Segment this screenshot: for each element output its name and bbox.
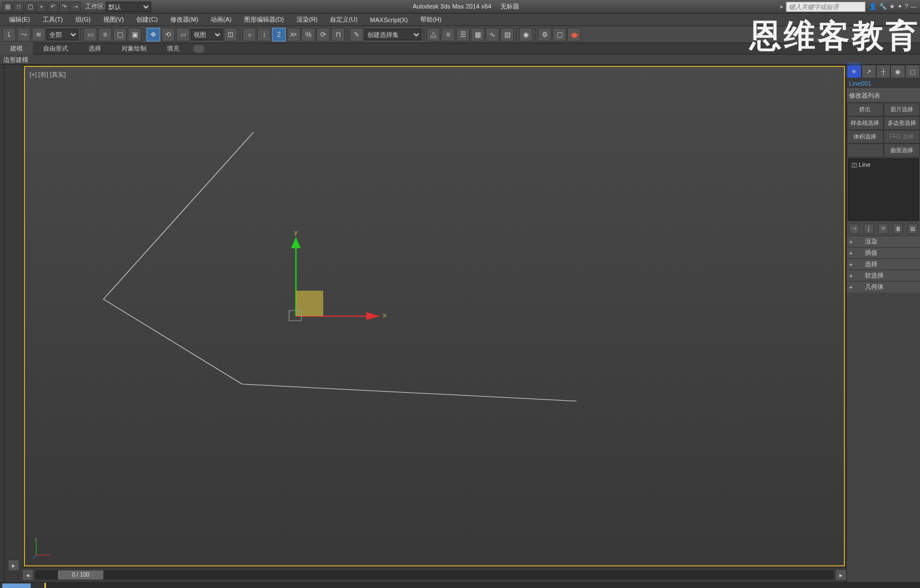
btn-ffd-select[interactable]: FFD 选择 — [884, 130, 921, 144]
object-name-field[interactable]: Line001 — [847, 78, 920, 89]
select-link-icon[interactable]: ⤹ — [2, 28, 16, 41]
workspace-select[interactable]: 默认 — [106, 2, 151, 12]
menu-group[interactable]: 组(G) — [70, 14, 97, 26]
search-input[interactable] — [786, 2, 865, 12]
signin-icon[interactable]: 👤 — [869, 3, 877, 10]
tab-display-icon[interactable]: ▢ — [905, 65, 920, 78]
menu-rendering[interactable]: 渲染(R) — [291, 14, 323, 26]
render-icon[interactable]: 🫖 — [567, 28, 581, 41]
app-menu-icon[interactable]: ▤ — [2, 2, 12, 12]
pin-stack-icon[interactable]: ⊣ — [849, 224, 859, 234]
layers-icon[interactable]: ☰ — [456, 28, 470, 41]
btn-patch-select[interactable]: 面片选择 — [884, 103, 921, 116]
track-menu-icon[interactable]: ≡ — [33, 583, 43, 588]
use-center-icon[interactable]: ⊡ — [224, 28, 237, 41]
menu-customize[interactable]: 自定义(U) — [324, 14, 363, 26]
menu-graph[interactable]: 图形编辑器(D) — [239, 14, 290, 26]
star-icon[interactable]: ★ — [889, 3, 895, 10]
time-slider[interactable]: ◂ 0 / 100 ▸ — [23, 568, 846, 582]
remove-mod-icon[interactable]: 🗑 — [893, 224, 903, 234]
bind-icon[interactable]: ≋ — [32, 28, 45, 41]
select-region-icon[interactable]: ▢ — [113, 28, 127, 41]
percent-snap-icon[interactable]: % — [302, 28, 315, 41]
snap-toggle-icon[interactable]: ⊓ — [331, 28, 345, 41]
menu-tools[interactable]: 工具(T) — [37, 14, 69, 26]
selection-filter-select[interactable]: 全部 — [47, 29, 78, 40]
btn-poly-select[interactable]: 多边形选择 — [884, 116, 921, 130]
select-by-name-icon[interactable]: ≡ — [98, 28, 112, 41]
rollout-interpolation[interactable]: +插值 — [847, 247, 920, 258]
time-cursor[interactable] — [44, 583, 46, 588]
time-track[interactable]: 0 / 100 — [35, 570, 834, 579]
link-icon[interactable]: ⇢ — [70, 2, 81, 12]
tab-modeling[interactable]: 建模 — [0, 43, 33, 54]
menu-animation[interactable]: 动画(A) — [205, 14, 237, 26]
mirror-icon[interactable]: ⧋ — [426, 28, 440, 41]
expand-left-icon[interactable]: ▸ — [8, 560, 19, 571]
menu-help[interactable]: 帮助(H) — [415, 14, 447, 26]
time-next-icon[interactable]: ▸ — [836, 570, 846, 580]
undo-icon[interactable]: ↶ — [48, 2, 58, 12]
angle-snap-icon[interactable]: 3⟳ — [287, 28, 300, 41]
tab-modify-icon[interactable]: ↗ — [862, 65, 876, 78]
modifier-stack[interactable]: ◫ Line — [848, 158, 919, 221]
tab-selection[interactable]: 选择 — [78, 43, 111, 54]
redo-icon[interactable]: ↷ — [59, 2, 69, 12]
rollout-rendering[interactable]: +渲染 — [847, 236, 920, 247]
move-icon[interactable]: ✥ — [147, 28, 160, 41]
chevron-right-icon[interactable]: ▸ — [780, 3, 784, 10]
named-selection-select[interactable]: 创建选择集 — [365, 29, 421, 40]
curve-editor-icon[interactable]: ∿ — [486, 28, 499, 41]
make-unique-icon[interactable]: ⩔ — [878, 224, 888, 234]
render-frame-icon[interactable]: ▢ — [553, 28, 566, 41]
time-prev-icon[interactable]: ◂ — [23, 570, 33, 580]
track-thumb[interactable] — [2, 583, 31, 588]
tab-hierarchy-icon[interactable]: ┼ — [876, 65, 891, 78]
scale-icon[interactable]: ▱ — [176, 28, 190, 41]
time-ruler[interactable]: 0510152025303540455055606570758085909510… — [43, 583, 920, 588]
rollout-selection[interactable]: +选择 — [847, 258, 920, 270]
unlink-icon[interactable]: ⤳ — [17, 28, 31, 41]
viewport-front[interactable]: [+] [前] [真实] y x z — [24, 66, 845, 566]
material-editor-icon[interactable]: ◉ — [519, 28, 533, 41]
keyboard-shortcut-icon[interactable]: ↕ — [257, 28, 271, 41]
btn-spline-select[interactable]: 样条线选择 — [847, 116, 884, 130]
select-manipulate-icon[interactable]: ⟐ — [242, 28, 256, 41]
modifier-list-label[interactable]: 修改器列表 — [847, 89, 920, 103]
tab-motion-icon[interactable]: ◉ — [890, 65, 905, 78]
menu-maxscript[interactable]: MAXScript(X) — [365, 15, 414, 25]
menu-views[interactable]: 视图(V) — [98, 14, 130, 26]
save-icon[interactable]: ▪ — [36, 2, 47, 12]
menu-modifiers[interactable]: 修改器(M) — [165, 14, 204, 26]
ribbon-toggle[interactable] — [193, 45, 204, 53]
graphite-icon[interactable]: ▦ — [471, 28, 484, 41]
window-crossing-icon[interactable]: ▣ — [128, 28, 141, 41]
viewport-label[interactable]: [+] [前] [真实] — [30, 70, 66, 79]
new-icon[interactable]: □ — [14, 2, 24, 12]
key-icon[interactable]: 🔧 — [879, 3, 887, 10]
ref-coord-select[interactable]: 视图 — [191, 29, 223, 40]
menu-edit[interactable]: 编辑(E) — [3, 14, 36, 26]
snap-2d-icon[interactable]: 2 — [272, 28, 286, 41]
render-setup-icon[interactable]: ⚙ — [538, 28, 551, 41]
schematic-icon[interactable]: ▤ — [500, 28, 514, 41]
show-end-icon[interactable]: │ — [864, 224, 874, 234]
select-object-icon[interactable]: ▭ — [83, 28, 97, 41]
stack-item-line[interactable]: ◫ Line — [850, 161, 917, 169]
edit-named-sel-icon[interactable]: ✎ — [350, 28, 363, 41]
btn-surf-select[interactable]: 曲面选择 — [884, 144, 921, 157]
tab-create-icon[interactable]: ✳ — [847, 65, 862, 78]
configure-icon[interactable]: ▤ — [908, 224, 918, 234]
favorites-icon[interactable]: ✦ — [897, 3, 902, 10]
open-icon[interactable]: ▢ — [25, 2, 35, 12]
rollout-geometry[interactable]: +几何体 — [847, 281, 920, 292]
tab-object-paint[interactable]: 对象绘制 — [111, 43, 157, 54]
help-icon[interactable]: ? — [905, 3, 908, 10]
minimize-icon[interactable]: — — [910, 3, 917, 10]
spinner-snap-icon[interactable]: ⟳ — [316, 28, 330, 41]
menu-create[interactable]: 创建(C) — [131, 14, 163, 26]
btn-vol-select[interactable]: 体积选择 — [847, 130, 884, 144]
tab-freeform[interactable]: 自由形式 — [33, 43, 78, 54]
btn-extrude[interactable]: 挤出 — [847, 103, 884, 116]
time-handle[interactable]: 0 / 100 — [58, 570, 103, 579]
